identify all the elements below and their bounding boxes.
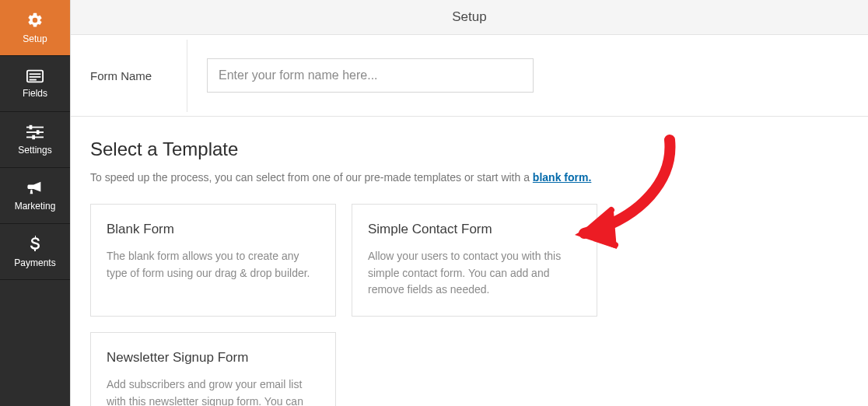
svg-rect-4 [26,126,44,128]
sidebar-item-setup[interactable]: Setup [0,0,70,56]
template-desc: The blank form allows you to create any … [107,248,320,282]
sidebar: Setup Fields Settings Marketing Payments [0,0,70,406]
template-newsletter-signup-form[interactable]: Newsletter Signup Form Add subscribers a… [90,332,336,406]
sliders-icon [26,124,44,140]
svg-rect-3 [30,79,37,80]
form-name-input-wrap [187,35,868,116]
sidebar-label: Payments [14,257,55,268]
sidebar-label: Setup [23,33,47,44]
templates-grid: Blank Form The blank form allows you to … [90,204,849,406]
gear-icon [26,12,44,29]
template-desc: Allow your users to contact you with thi… [368,248,581,299]
list-icon [26,69,44,83]
section-heading: Select a Template [90,138,849,160]
form-name-input[interactable] [207,58,534,93]
form-name-row: Form Name [71,35,868,117]
sidebar-item-marketing[interactable]: Marketing [0,168,70,224]
sidebar-label: Settings [18,145,51,156]
template-title: Blank Form [107,222,320,237]
template-title: Simple Contact Form [368,222,581,237]
blank-form-link[interactable]: blank form. [533,171,591,184]
svg-rect-1 [30,73,41,75]
content-area: Select a Template To speed up the proces… [71,117,868,406]
section-subtext-pre: To speed up the process, you can select … [90,171,533,184]
dollar-icon [30,236,40,253]
sidebar-label: Fields [23,88,47,99]
svg-rect-2 [30,76,41,78]
template-desc: Add subscribers and grow your email list… [107,376,320,406]
svg-rect-9 [32,135,35,139]
sidebar-label: Marketing [15,201,56,212]
section-subtext: To speed up the process, you can select … [90,171,849,184]
sidebar-item-settings[interactable]: Settings [0,112,70,168]
bullhorn-icon [26,180,44,196]
form-name-label: Form Name [71,40,187,112]
sidebar-item-payments[interactable]: Payments [0,224,70,280]
template-title: Newsletter Signup Form [107,350,320,366]
template-simple-contact-form[interactable]: Simple Contact Form Allow your users to … [352,204,597,317]
page-title: Setup [71,0,868,35]
svg-rect-8 [37,130,40,135]
main-panel: Setup Form Name Select a Template To spe… [70,0,868,406]
template-blank-form[interactable]: Blank Form The blank form allows you to … [90,204,336,317]
sidebar-item-fields[interactable]: Fields [0,56,70,112]
svg-rect-7 [30,124,33,129]
svg-rect-5 [26,131,44,133]
